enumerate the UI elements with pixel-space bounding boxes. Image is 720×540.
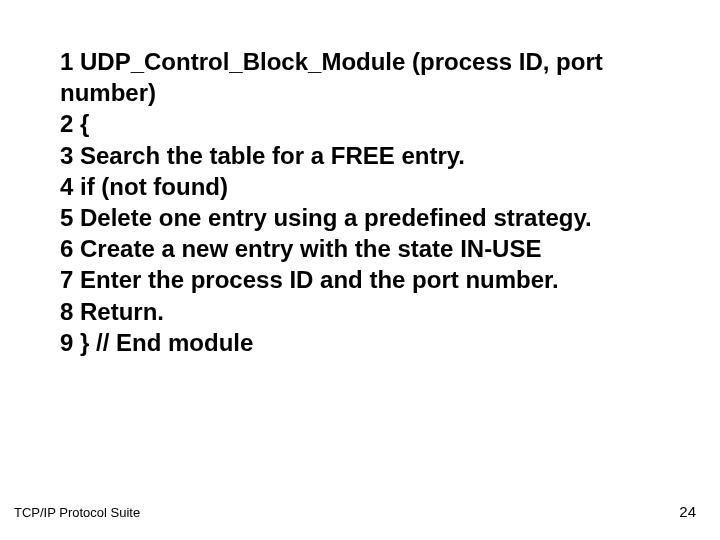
code-line: 8 Return. — [60, 296, 660, 327]
pseudocode-block: 1 UDP_Control_Block_Module (process ID, … — [60, 46, 660, 358]
page-number: 24 — [679, 503, 696, 520]
code-line: 9 } // End module — [60, 327, 660, 358]
code-line: 6 Create a new entry with the state IN-U… — [60, 233, 660, 264]
code-line: 7 Enter the process ID and the port numb… — [60, 264, 660, 295]
footer-source: TCP/IP Protocol Suite — [14, 505, 140, 520]
code-line: 5 Delete one entry using a predefined st… — [60, 202, 660, 233]
code-line: 1 UDP_Control_Block_Module (process ID, … — [60, 46, 660, 108]
code-line: 3 Search the table for a FREE entry. — [60, 140, 660, 171]
code-line: 4 if (not found) — [60, 171, 660, 202]
code-line: 2 { — [60, 108, 660, 139]
